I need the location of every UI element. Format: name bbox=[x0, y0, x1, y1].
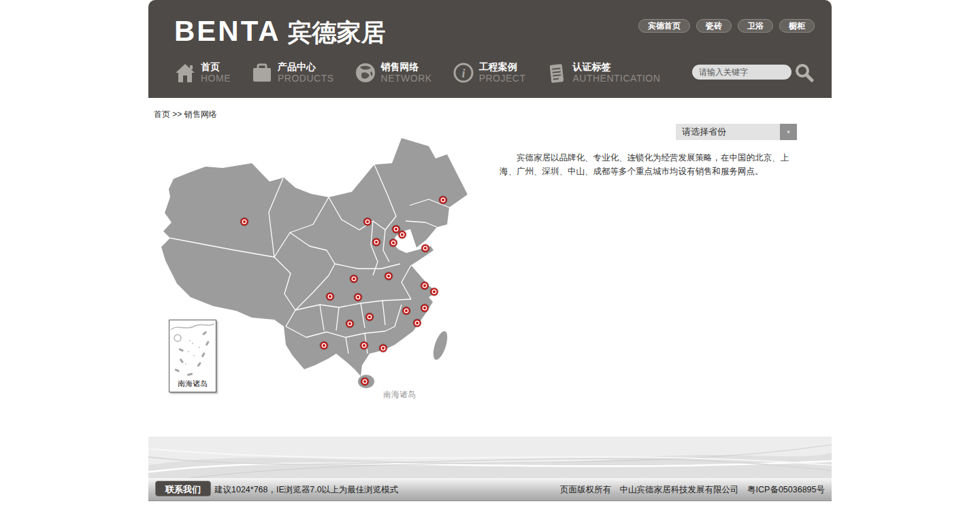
nav-label-cn: 认证标签 bbox=[572, 61, 660, 73]
map-marker[interactable] bbox=[416, 322, 419, 324]
header: BENTA宾德家居 宾德首页 瓷砖 卫浴 橱柜 首页 HOME bbox=[148, 0, 832, 98]
footer-decoration bbox=[148, 437, 832, 478]
map-marker[interactable] bbox=[375, 241, 378, 243]
search-bar bbox=[692, 62, 814, 82]
breadcrumb-current: 销售网络 bbox=[184, 109, 217, 119]
map-marker[interactable] bbox=[423, 307, 426, 309]
quick-link-tiles[interactable]: 瓷砖 bbox=[696, 19, 732, 33]
map-marker[interactable] bbox=[348, 322, 351, 325]
map-marker[interactable] bbox=[382, 347, 385, 350]
brand-logo-cn: 宾德家居 bbox=[288, 18, 386, 46]
page: BENTA宾德家居 宾德首页 瓷砖 卫浴 橱柜 首页 HOME bbox=[148, 0, 832, 508]
map-marker[interactable] bbox=[405, 309, 408, 312]
map-marker[interactable] bbox=[353, 277, 355, 280]
search-input[interactable] bbox=[692, 65, 791, 80]
search-icon[interactable] bbox=[794, 62, 814, 82]
intro-paragraph: 宾德家居以品牌化、专业化、连锁化为经营发展策略，在中国的北京、上海、广州、深圳、… bbox=[500, 151, 804, 178]
south-sea-inset-label: 南海诸岛 bbox=[169, 379, 216, 389]
map-marker[interactable] bbox=[368, 316, 371, 318]
svg-text:i: i bbox=[461, 67, 465, 80]
info-icon: i bbox=[453, 62, 474, 84]
footer-browser-note: 建议1024*768，IE浏览器7.0以上为最佳浏览模式 bbox=[214, 478, 398, 501]
briefcase-icon bbox=[251, 62, 273, 84]
nav-item-project[interactable]: i 工程案例 PROJECT bbox=[453, 61, 526, 84]
map-marker[interactable] bbox=[363, 344, 365, 347]
nav-item-home[interactable]: 首页 HOME bbox=[174, 61, 231, 84]
south-sea-inset-graphic bbox=[169, 320, 216, 380]
china-map: 南海诸岛 bbox=[157, 129, 483, 415]
quick-link-benta-home[interactable]: 宾德首页 bbox=[638, 19, 690, 33]
main-nav: 首页 HOME 产品中心 PRODUCTS bbox=[174, 61, 660, 84]
globe-icon bbox=[355, 62, 376, 84]
nav-item-authentication[interactable]: 认证标签 AUTHENTICATION bbox=[546, 61, 660, 84]
nav-label-cn: 首页 bbox=[201, 61, 231, 73]
brand-logo: BENTA宾德家居 bbox=[174, 15, 386, 50]
nav-label-en: HOME bbox=[201, 73, 231, 84]
breadcrumb-separator: >> bbox=[172, 109, 182, 119]
south-sea-inset: 南海诸岛 bbox=[169, 320, 216, 392]
nav-label-cn: 工程案例 bbox=[479, 61, 526, 73]
map-marker[interactable] bbox=[387, 275, 390, 277]
map-marker[interactable] bbox=[442, 199, 444, 201]
breadcrumb-home-link[interactable]: 首页 bbox=[154, 109, 170, 119]
breadcrumb: 首页 >> 销售网络 bbox=[154, 109, 217, 120]
map-marker[interactable] bbox=[423, 284, 426, 287]
nav-item-network[interactable]: 销售网络 NETWORK bbox=[355, 61, 432, 84]
map-marker[interactable] bbox=[395, 228, 397, 231]
quick-link-cabinet[interactable]: 橱柜 bbox=[779, 19, 815, 33]
chevron-down-icon[interactable]: ▾ bbox=[780, 124, 797, 140]
map-marker[interactable] bbox=[323, 344, 325, 347]
map-marker[interactable] bbox=[243, 220, 246, 223]
hainan-island-shape bbox=[358, 375, 374, 388]
map-marker[interactable] bbox=[401, 233, 404, 236]
map-marker[interactable] bbox=[366, 220, 369, 223]
map-marker[interactable] bbox=[363, 380, 366, 383]
quick-link-bathroom[interactable]: 卫浴 bbox=[738, 19, 773, 33]
nav-label-en: AUTHENTICATION bbox=[572, 73, 660, 84]
nav-label-en: PRODUCTS bbox=[278, 73, 334, 84]
taiwan-island-shape bbox=[431, 330, 451, 362]
quick-links: 宾德首页 瓷砖 卫浴 橱柜 bbox=[638, 19, 815, 33]
province-select[interactable]: 请选择省份 ▾ bbox=[676, 124, 797, 140]
nav-label-cn: 产品中心 bbox=[278, 61, 334, 73]
brand-logo-en: BENTA bbox=[174, 15, 281, 47]
footer-bar: 联系我们 建议1024*768，IE浏览器7.0以上为最佳浏览模式 页面版权所有… bbox=[148, 478, 832, 501]
contact-us-button[interactable]: 联系我们 bbox=[155, 481, 211, 496]
nav-item-products[interactable]: 产品中心 PRODUCTS bbox=[251, 61, 334, 84]
map-marker[interactable] bbox=[392, 241, 395, 244]
certificate-icon bbox=[546, 62, 568, 84]
home-icon bbox=[174, 62, 196, 84]
map-marker[interactable] bbox=[433, 290, 436, 293]
nav-label-en: NETWORK bbox=[381, 73, 432, 84]
province-select-value: 请选择省份 bbox=[682, 126, 726, 137]
map-marker[interactable] bbox=[329, 295, 331, 298]
south-sea-label: 南海诸岛 bbox=[383, 389, 416, 401]
map-marker[interactable] bbox=[357, 296, 359, 299]
nav-label-cn: 销售网络 bbox=[381, 61, 432, 73]
map-marker[interactable] bbox=[424, 247, 427, 250]
footer-copyright: 页面版权所有 中山宾德家居科技发展有限公司 粤ICP备05036895号 bbox=[560, 478, 825, 501]
nav-label-en: PROJECT bbox=[479, 73, 526, 84]
